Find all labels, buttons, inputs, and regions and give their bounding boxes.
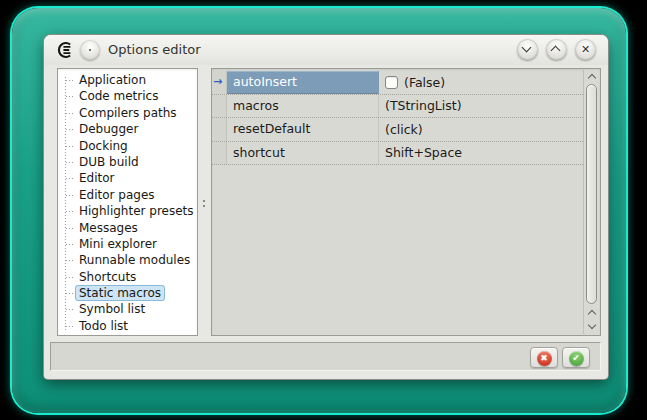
tree-item[interactable]: DUB build (58, 154, 197, 170)
property-rows: → autoInsert (False) → macros (TStringLi… (212, 71, 600, 165)
tree-item[interactable]: Highlighter presets (58, 203, 197, 219)
property-name[interactable]: resetDefault (227, 118, 379, 141)
tree-item[interactable]: Docking (58, 138, 197, 154)
property-row[interactable]: → autoInsert (False) (212, 71, 583, 95)
titlebar-buttons: ✕ (517, 39, 596, 60)
cancel-button[interactable]: ✖ (530, 347, 558, 368)
property-value: (False) (404, 75, 445, 90)
tree-item-label: Todo list (75, 318, 132, 334)
tree-item[interactable]: Editor pages (58, 187, 197, 203)
accept-check-icon: ✔ (569, 351, 584, 366)
tree-item[interactable]: Debugger (58, 121, 197, 137)
tree-item[interactable]: Messages (58, 220, 197, 236)
property-value-cell[interactable]: (False) (379, 71, 583, 94)
property-name[interactable]: shortcut (227, 142, 379, 165)
tree-item[interactable]: Static macros (58, 285, 197, 301)
property-value: (click) (385, 122, 423, 137)
property-row[interactable]: → macros (TStringList) (212, 95, 583, 119)
row-gutter: → (212, 142, 227, 165)
value-checkbox[interactable] (385, 76, 398, 89)
row-gutter: → (212, 95, 227, 118)
row-gutter: → (212, 71, 227, 94)
splitter-grip-icon (203, 200, 205, 202)
tree-item-label: Application (75, 72, 150, 88)
property-value: (TStringList) (385, 98, 462, 113)
arrow-right-icon: → (213, 75, 222, 88)
chevron-up-icon (551, 46, 561, 56)
screen: { "window": { "title": "Options editor",… (0, 0, 647, 420)
titlebar[interactable]: Options editor ✕ (44, 35, 608, 65)
property-name[interactable]: macros (227, 95, 379, 118)
window-menu-button[interactable] (80, 40, 100, 60)
property-name[interactable]: autoInsert (227, 71, 379, 94)
property-grid: → autoInsert (False) → macros (TStringLi… (211, 68, 601, 336)
tree-item[interactable]: Todo list (58, 318, 197, 334)
tree-item[interactable]: Runnable modules (58, 252, 197, 268)
tree-item-label: Editor (75, 170, 119, 186)
tree-item[interactable]: Application (58, 72, 197, 88)
shade-button[interactable] (517, 39, 538, 60)
property-value: Shift+Space (385, 145, 462, 160)
tree-item-label: Highlighter presets (75, 203, 198, 219)
tree-item-label: Compilers paths (75, 105, 181, 121)
tree-item-label: Shortcuts (75, 269, 140, 285)
accept-button[interactable]: ✔ (562, 347, 590, 368)
dot-icon (89, 49, 91, 51)
tree-item-label: Runnable modules (75, 252, 194, 268)
tree-item[interactable]: Shortcuts (58, 269, 197, 285)
tree-item-label: Symbol list (75, 301, 149, 317)
coedit-app-icon (56, 41, 74, 59)
scroll-down-icon[interactable] (588, 321, 596, 329)
tree-item[interactable]: Code metrics (58, 88, 197, 104)
tree-item-label: Debugger (75, 121, 142, 137)
tree-item-label: Code metrics (75, 88, 162, 104)
scroll-up-icon[interactable] (588, 310, 596, 318)
close-button[interactable]: ✕ (575, 39, 596, 60)
panel-splitter[interactable] (198, 68, 211, 336)
grid-vertical-scrollbar[interactable] (583, 70, 599, 334)
tree-item[interactable]: Symbol list (58, 301, 197, 317)
property-row[interactable]: → resetDefault (click) (212, 118, 583, 142)
footer-bar: ✖ ✔ (50, 342, 601, 371)
options-editor-dialog: Options editor ✕ Application Code metric… (44, 35, 608, 379)
row-gutter: → (212, 118, 227, 141)
tree-item-label: Static macros (75, 285, 165, 301)
scrollbar-thumb[interactable] (586, 84, 597, 304)
chevron-down-icon (522, 43, 532, 53)
scroll-up-icon[interactable] (588, 74, 596, 82)
cancel-cross-icon: ✖ (537, 351, 552, 366)
window-title: Options editor (108, 35, 201, 65)
tree-item-label: DUB build (75, 154, 143, 170)
property-value-cell[interactable]: Shift+Space (379, 142, 583, 165)
close-icon: ✕ (575, 39, 596, 60)
tree-item-label: Mini explorer (75, 236, 161, 252)
property-row[interactable]: → shortcut Shift+Space (212, 142, 583, 166)
tree-item[interactable]: Compilers paths (58, 105, 197, 121)
tree-item[interactable]: Mini explorer (58, 236, 197, 252)
window-frame: Options editor ✕ Application Code metric… (12, 8, 626, 413)
maximize-button[interactable] (546, 39, 567, 60)
category-tree: Application Code metrics Compilers paths… (57, 68, 198, 336)
tree-item-label: Docking (75, 138, 132, 154)
tree-item[interactable]: Editor (58, 170, 197, 186)
tree-item-label: Messages (75, 220, 142, 236)
property-value-cell[interactable]: (TStringList) (379, 95, 583, 118)
tree-item-label: Editor pages (75, 187, 159, 203)
property-value-cell[interactable]: (click) (379, 118, 583, 141)
